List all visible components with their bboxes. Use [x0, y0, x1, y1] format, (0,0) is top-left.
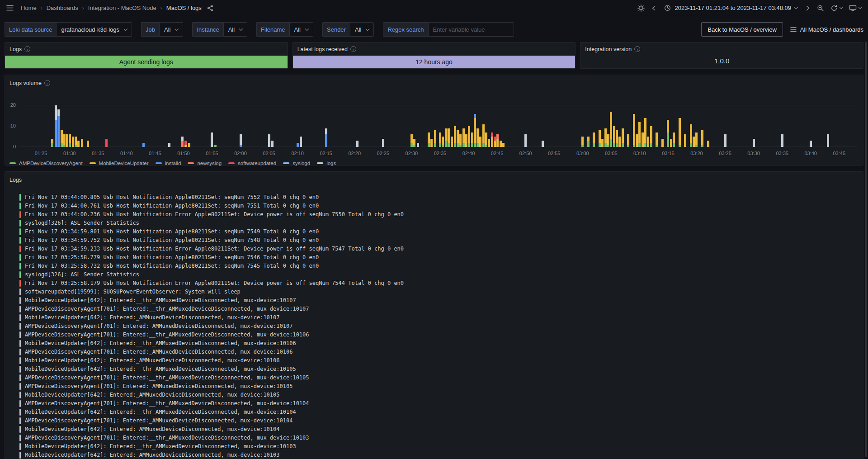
x-axis-label: 02:10 [291, 151, 304, 156]
bar-segment-MobileDeviceUpdater [63, 134, 66, 145]
stacked-bar [211, 132, 213, 147]
log-row[interactable]: MobileDeviceUpdater[642]: Entered:_AMMux… [19, 425, 859, 434]
log-row[interactable]: AMPDeviceDiscoveryAgent[701]: Entered:_A… [19, 416, 859, 425]
log-row[interactable]: MobileDeviceUpdater[642]: Entered:__thr_… [19, 408, 859, 416]
bar-segment-AMPDeviceDiscoveryAgent [581, 145, 584, 147]
time-range-picker[interactable]: 2023-11-17 01:21:04 to 2023-11-17 03:48:… [661, 3, 801, 13]
legend-item-softwareupdated[interactable]: softwareupdated [228, 161, 276, 166]
log-text: softwareupdated[19599]: SUOSUPowerEventO… [25, 288, 241, 296]
all-macos-dashboards-button[interactable]: All MacOS / dashboards [790, 26, 863, 33]
sender-select[interactable]: All [350, 22, 374, 37]
log-row[interactable]: Fri Nov 17 03:34:59.233 Usb Host Notific… [19, 245, 859, 253]
panel-integration-version: Integration version i 1.0.0 [580, 42, 863, 69]
panel-logs-volume: Logs volume i AMPDeviceDiscoveryAgentMob… [5, 75, 863, 166]
log-row[interactable]: Fri Nov 17 03:44:00.805 Usb Host Notific… [19, 193, 859, 202]
log-row[interactable]: MobileDeviceUpdater[642]: Entered:__thr_… [19, 365, 859, 374]
log-row[interactable]: AMPDeviceDiscoveryAgent[701]: Entered:__… [19, 305, 859, 313]
log-row[interactable]: MobileDeviceUpdater[642]: Entered:_AMMux… [19, 356, 859, 365]
breadcrumb-item-home[interactable]: Home [21, 5, 37, 11]
log-row[interactable]: MobileDeviceUpdater[642]: Entered:_AMMux… [19, 391, 859, 399]
y-axis-label: 0 [9, 144, 16, 149]
log-rows-list: Fri Nov 17 03:44:00.805 Usb Host Notific… [19, 193, 859, 459]
log-row[interactable]: Fri Nov 17 03:44:00.236 Usb Host Notific… [19, 210, 859, 219]
log-row[interactable]: AMPDeviceDiscoveryAgent[701]: Entered:_A… [19, 382, 859, 391]
log-row[interactable]: AMPDeviceDiscoveryAgent[701]: Entered:__… [19, 374, 859, 382]
log-row[interactable]: Fri Nov 17 03:25:58.179 Usb Host Notific… [19, 279, 859, 288]
regex-search-input[interactable] [428, 22, 514, 37]
log-row[interactable]: Fri Nov 17 03:34:59.752 Usb Host Notific… [19, 236, 859, 245]
info-icon[interactable]: i [634, 46, 640, 52]
log-level-indicator [19, 289, 21, 295]
log-row[interactable]: MobileDeviceUpdater[642]: Entered:_AMMux… [19, 451, 859, 459]
log-row[interactable]: Fri Nov 17 03:25:58.779 Usb Host Notific… [19, 253, 859, 262]
bar-segment-MobileDeviceUpdater [656, 132, 658, 145]
log-level-indicator [19, 435, 21, 441]
log-level-indicator [19, 237, 21, 244]
refresh-dashboard-icon[interactable] [829, 3, 844, 14]
log-row[interactable]: MobileDeviceUpdater[642]: Entered:__thr_… [19, 296, 859, 305]
log-row[interactable]: AMPDeviceDiscoveryAgent[701]: Entered:__… [19, 331, 859, 339]
log-row[interactable]: MobileDeviceUpdater[642]: Entered:_AMMux… [19, 313, 859, 322]
log-row[interactable]: Fri Nov 17 03:44:00.761 Usb Host Notific… [19, 202, 859, 210]
filename-select[interactable]: All [289, 22, 313, 37]
legend-item-newsyslog[interactable]: newsyslog [188, 161, 222, 166]
menu-toggle-icon[interactable] [5, 3, 15, 13]
log-row[interactable]: Fri Nov 17 03:25:58.732 Usb Host Notific… [19, 262, 859, 270]
log-level-indicator [19, 263, 21, 270]
log-row[interactable]: AMPDeviceDiscoveryAgent[701]: Entered:_A… [19, 348, 859, 356]
bar-segment-MobileDeviceUpdater [690, 124, 692, 143]
breadcrumb-item-macos-logs[interactable]: MacOS / logs [166, 5, 202, 11]
bar-segment-logs [55, 105, 57, 120]
legend-item-installd[interactable]: installd [156, 161, 181, 166]
bar-segment-MobileDeviceUpdater [638, 122, 641, 143]
x-axis-label: 02:35 [434, 151, 447, 156]
dashboard-settings-gear-icon[interactable] [636, 3, 646, 14]
log-level-indicator [19, 323, 21, 330]
stacked-bar [485, 132, 487, 147]
legend-item-syslogd[interactable]: syslogd [283, 161, 310, 166]
info-icon[interactable]: i [44, 80, 50, 86]
bar-segment-AMPDeviceDiscoveryAgent [445, 141, 448, 147]
x-axis-label: 01:50 [177, 151, 190, 156]
stacked-bar [69, 134, 71, 147]
page-scrollbar[interactable] [865, 42, 867, 457]
info-icon[interactable]: i [350, 46, 356, 52]
job-select[interactable]: All [159, 22, 183, 37]
log-row[interactable]: MobileDeviceUpdater[642]: Entered:__thr_… [19, 442, 859, 451]
legend-item-MobileDeviceUpdater[interactable]: MobileDeviceUpdater [90, 161, 149, 166]
legend-swatch [90, 162, 96, 164]
back-to-overview-button[interactable]: Back to MacOS / overview [701, 22, 783, 37]
time-range-back-chevron-icon[interactable] [649, 3, 658, 13]
logs-volume-chart: AMPDeviceDiscoveryAgentMobileDeviceUpdat… [9, 88, 859, 169]
log-text: Fri Nov 17 03:34:59.801 Usb Host Notific… [25, 227, 319, 236]
log-row[interactable]: softwareupdated[19599]: SUOSUPowerEventO… [19, 288, 859, 296]
log-row[interactable]: syslogd[326]: ASL Sender Statistics [19, 270, 859, 279]
log-level-indicator [19, 203, 21, 209]
bar-segment-MobileDeviceUpdater [599, 130, 601, 143]
breadcrumb-item-dashboards[interactable]: Dashboards [47, 5, 78, 11]
panel-logs-list: Logs Fri Nov 17 03:44:00.805 Usb Host No… [5, 171, 863, 459]
legend-item-AMPDeviceDiscoveryAgent[interactable]: AMPDeviceDiscoveryAgent [9, 161, 83, 166]
bar-segment-MobileDeviceUpdater [636, 134, 638, 147]
time-range-forward-chevron-icon[interactable] [803, 3, 812, 13]
stacked-bar [417, 143, 419, 147]
share-icon[interactable] [205, 3, 215, 13]
legend-item-logs[interactable]: logs [317, 161, 336, 166]
log-row[interactable]: AMPDeviceDiscoveryAgent[701]: Entered:__… [19, 434, 859, 442]
log-row[interactable]: syslogd[326]: ASL Sender Statistics [19, 219, 859, 227]
display-mode-monitor-icon[interactable] [847, 3, 863, 13]
bar-segment-MobileDeviceUpdater [442, 137, 444, 145]
log-row[interactable]: Fri Nov 17 03:34:59.801 Usb Host Notific… [19, 227, 859, 236]
bar-segment-MobileDeviceUpdater [61, 130, 63, 143]
stacked-bar [434, 130, 436, 147]
zoom-out-time-range-icon[interactable] [815, 3, 826, 14]
log-row[interactable]: AMPDeviceDiscoveryAgent[701]: Entered:__… [19, 399, 859, 408]
breadcrumb-item-integration-macos-node[interactable]: Integration - MacOS Node [88, 5, 156, 11]
loki-data-source-select[interactable]: grafanacloud-k3d-logs [56, 22, 132, 37]
info-icon[interactable]: i [24, 46, 30, 52]
instance-select[interactable]: All [223, 22, 247, 37]
log-row[interactable]: MobileDeviceUpdater[642]: Entered:__thr_… [19, 339, 859, 348]
breadcrumb-separator: › [160, 5, 162, 11]
x-axis-label: 03:45 [833, 151, 846, 156]
log-row[interactable]: AMPDeviceDiscoveryAgent[701]: Entered:_A… [19, 322, 859, 331]
